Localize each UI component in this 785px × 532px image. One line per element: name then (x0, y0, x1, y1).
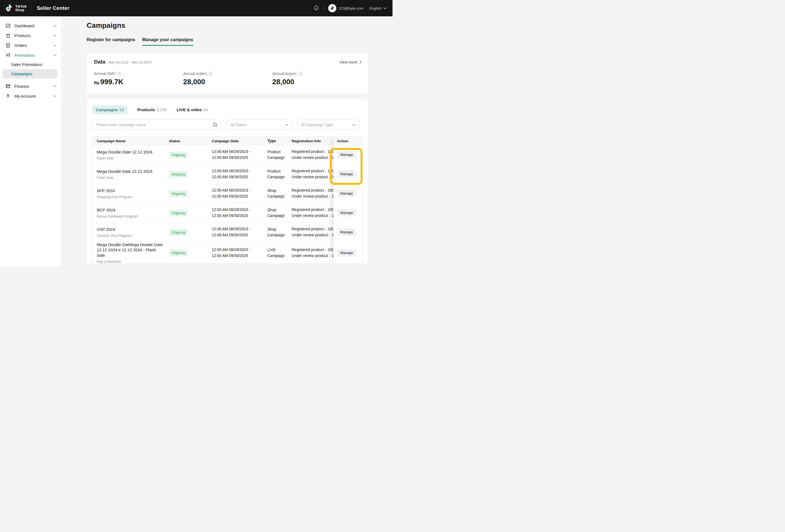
tab-label: LIVE & video (177, 107, 202, 112)
data-card-title: Data (94, 59, 105, 65)
campaign-date-end: 12:00 AM 09/30/2025 (212, 174, 268, 180)
sidebar-item-label: Dashboard (15, 23, 34, 28)
sidebar-item-orders[interactable]: Orders (0, 40, 61, 50)
manage-button[interactable]: Manage (337, 170, 356, 178)
campaign-type: LIVE Campaign (268, 247, 292, 259)
campaign-type-filter-select[interactable]: All Campaign Type (297, 120, 359, 130)
help-icon[interactable] (117, 72, 121, 76)
campaign-name: Mega Double DatMega Double Date 12.12 20… (97, 242, 165, 258)
campaigns-card: Campaigns 15 Products 3,338 LIVE & video… (87, 99, 368, 264)
column-header-campaign-date: Campaign Date (212, 139, 268, 143)
tab-label: Campaigns (96, 107, 118, 112)
sidebar-item-label: My Account (15, 94, 36, 98)
sidebar-item-dashboard[interactable]: Dashboard (0, 21, 61, 30)
data-summary-card: Data Mar 26,2023 - Mar 26,2023 View more… (87, 53, 368, 93)
entity-tabs: Campaigns 15 Products 3,338 LIVE & video… (92, 105, 362, 114)
help-icon[interactable] (299, 72, 302, 76)
brand-name: TikTok Shop (15, 5, 27, 12)
search-icon[interactable] (213, 122, 218, 127)
orders-icon (5, 43, 10, 48)
sidebar-item-label: Products (15, 33, 30, 38)
campaign-type-filter-value: All Campaign Type (301, 123, 333, 127)
sidebar-item-label: Finance (15, 84, 29, 88)
table-row: VXP 2024 Voucher Xtra Program Ongoing 12… (93, 222, 362, 242)
sidebar-item-label: Campaigns (11, 72, 32, 76)
chevron-down-icon (54, 45, 57, 46)
tab-count: 3,338 (157, 107, 167, 112)
product-name: Seller Center (37, 5, 70, 11)
account-menu[interactable]: 123@byte.com (328, 4, 363, 12)
help-icon[interactable] (208, 72, 212, 76)
sidebar-item-my-account[interactable]: My Account (0, 91, 61, 101)
dashboard-icon (5, 23, 10, 28)
metric-annual-buyers: Annual buyers 28,000 (272, 71, 361, 86)
tab-products[interactable]: Products 3,338 (137, 107, 167, 112)
campaign-date-end: 12:00 AM 09/30/2025 (212, 194, 268, 200)
tab-label: Products (137, 107, 155, 112)
status-badge: Ongoing (169, 229, 188, 236)
chevron-down-icon (352, 124, 355, 126)
language-selector[interactable]: English (370, 6, 386, 10)
view-more-label: View more (339, 60, 357, 64)
view-more-link[interactable]: View more (339, 60, 361, 64)
campaign-search-input[interactable] (92, 120, 221, 130)
manage-button[interactable]: Manage (337, 190, 356, 197)
campaign-subtitle: Shipping Fee Program (97, 195, 165, 199)
campaign-type: Product Campaign (268, 149, 292, 160)
column-header-campaign-name: Campaign Name (93, 139, 169, 143)
metric-value: 28,000 (183, 78, 205, 86)
sidebar-item-products[interactable]: Products (0, 30, 61, 40)
campaign-date-start: 12:00 AM 08/29/2023 - (212, 168, 268, 174)
sidebar-item-campaigns[interactable]: Campaigns (2, 69, 57, 78)
products-icon (5, 33, 10, 38)
status-badge: Ongoing (169, 249, 188, 256)
column-header-status: Status (169, 139, 212, 143)
campaign-date-start: 12:00 AM 08/29/2023 - (212, 247, 268, 253)
column-header-action: Action (333, 137, 362, 145)
campaign-date-end: 12:00 AM 09/30/2025 (212, 253, 268, 259)
top-header: TikTok Shop Seller Center 123@byte.com E… (0, 0, 392, 16)
manage-button[interactable]: Manage (337, 228, 356, 236)
campaign-date-end: 12:00 AM 09/30/2025 (212, 155, 268, 161)
tab-count: 15 (119, 107, 124, 112)
chevron-right-icon (359, 60, 361, 64)
chevron-down-icon (54, 95, 57, 97)
tab-count: 34 (203, 107, 208, 112)
account-icon (5, 94, 10, 99)
status-badge: Ongoing (169, 209, 188, 217)
header-divider-2 (324, 6, 324, 10)
campaign-date-start: 12:00 AM 08/29/2023 - (212, 226, 268, 232)
metric-annual-orders: Annual orders 28,000 (183, 71, 272, 86)
tab-register-for-campaigns[interactable]: Register for campaigns (87, 37, 135, 46)
sidebar-item-sales-promotions[interactable]: Sales Promotions (2, 60, 57, 69)
status-filter-value: All Status (230, 123, 246, 127)
campaign-date-end: 12:00 AM 09/30/2025 (212, 213, 268, 219)
table-row: BCP 2024 Bonus Cashback Program Ongoing … (93, 203, 362, 222)
campaign-subtitle: Bonus Cashback Program (97, 214, 165, 218)
tab-manage-your-campaigns[interactable]: Manage your campaigns (142, 37, 193, 46)
manage-button[interactable]: Manage (337, 209, 356, 217)
page-title: Campaigns (87, 21, 392, 30)
campaign-type: Shop Campaign (268, 227, 292, 238)
campaign-subtitle: Key Livestream (97, 259, 165, 263)
metric-label: Annual GMV (94, 71, 116, 76)
tab-live-video[interactable]: LIVE & video 34 (177, 107, 208, 112)
chevron-down-icon (285, 124, 288, 126)
avatar (328, 4, 336, 12)
status-filter-select[interactable]: All Status (227, 120, 292, 130)
page-tabs: Register for campaigns Manage your campa… (87, 37, 392, 46)
table-row: Mega Double DatMega Double Date 12.12 20… (93, 242, 362, 263)
tab-campaigns[interactable]: Campaigns 15 (92, 105, 128, 114)
table-row: Mega Double Date 12.12 2024 Flash Sale O… (93, 164, 362, 184)
campaign-name: VXP 2024 (97, 227, 165, 232)
status-badge: Ongoing (169, 152, 188, 158)
table-row: Mega Double Date 12.12 2024 Flash Sale O… (93, 145, 362, 164)
manage-button[interactable]: Manage (337, 151, 356, 158)
campaign-name: SFP 2024 (97, 188, 165, 194)
tiktok-logo-icon (5, 3, 13, 13)
manage-button[interactable]: Manage (337, 249, 356, 256)
sidebar-item-promotions[interactable]: Promotions (0, 50, 61, 60)
sidebar-item-finance[interactable]: Finance (0, 81, 61, 91)
notifications-bell-icon[interactable] (313, 5, 319, 11)
sidebar: Dashboard Products Orders Promot (0, 16, 61, 266)
